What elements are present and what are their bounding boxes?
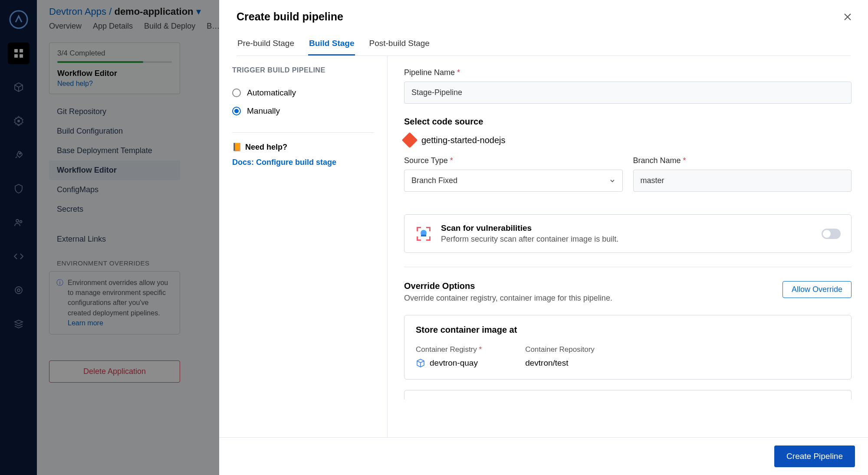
branch-name-input[interactable] [633,170,852,192]
scan-title: Scan for vulnerabilities [441,223,813,233]
partial-panel [404,390,852,400]
book-icon: 📙 [232,142,242,152]
pipeline-name-label: Pipeline Name * [404,68,852,77]
repo-label: Container Repository [525,345,595,354]
svg-rect-12 [417,227,418,231]
create-pipeline-modal: Create build pipeline Pre-build Stage Bu… [219,0,868,475]
help-heading: 📙 Need help? [232,142,374,152]
scan-icon [415,225,432,242]
store-image-panel: Store container image at Container Regis… [404,315,852,380]
source-section-title: Select code source [404,117,852,127]
modal-title: Create build pipeline [237,10,851,23]
repo-value: devtron/test [525,358,595,368]
source-type-select[interactable]: Branch Fixed [404,170,623,192]
svg-rect-20 [421,235,426,236]
git-icon [402,132,418,148]
override-subtitle: Override container registry, container i… [404,294,612,303]
docs-link[interactable]: Docs: Configure build stage [232,158,374,167]
modal-right-panel: Pipeline Name * Select code source getti… [388,56,868,437]
pipeline-name-input[interactable] [404,82,852,104]
radio-manual-label: Manually [247,106,280,116]
svg-rect-16 [417,236,418,241]
scan-toggle[interactable] [822,229,841,239]
radio-automatic[interactable]: Automatically [232,84,374,102]
tab-build[interactable]: Build Stage [308,33,355,56]
registry-label: Container Registry * [416,345,482,354]
tab-pre-build[interactable]: Pre-build Stage [237,33,295,56]
source-type-label: Source Type * [404,156,623,165]
scan-subtitle: Perform security scan after container im… [441,235,813,244]
modal-left-panel: TRIGGER BUILD PIPELINE Automatically Man… [219,56,388,437]
radio-manual[interactable]: Manually [232,102,374,120]
tab-post-build[interactable]: Post-build Stage [368,33,430,56]
modal-tabs: Pre-build Stage Build Stage Post-build S… [237,33,851,56]
store-title: Store container image at [416,325,840,335]
branch-name-label: Branch Name * [633,156,852,165]
radio-icon [232,107,241,115]
repo-row: getting-started-nodejs [404,134,852,146]
create-pipeline-button[interactable]: Create Pipeline [774,446,855,467]
trigger-section-label: TRIGGER BUILD PIPELINE [232,66,374,74]
chevron-down-icon [609,178,615,184]
source-type-value: Branch Fixed [411,176,457,185]
close-icon[interactable] [843,12,852,22]
radio-automatic-label: Automatically [247,88,296,98]
allow-override-button[interactable]: Allow Override [783,281,852,298]
registry-value-row: devtron-quay [416,358,482,368]
registry-icon [416,358,425,368]
svg-rect-14 [429,227,431,231]
registry-value: devtron-quay [430,358,478,368]
override-title: Override Options [404,281,612,291]
scan-panel: Scan for vulnerabilities Perform securit… [404,214,852,253]
repo-name: getting-started-nodejs [421,135,505,145]
svg-rect-18 [429,236,431,241]
radio-icon [232,88,241,97]
